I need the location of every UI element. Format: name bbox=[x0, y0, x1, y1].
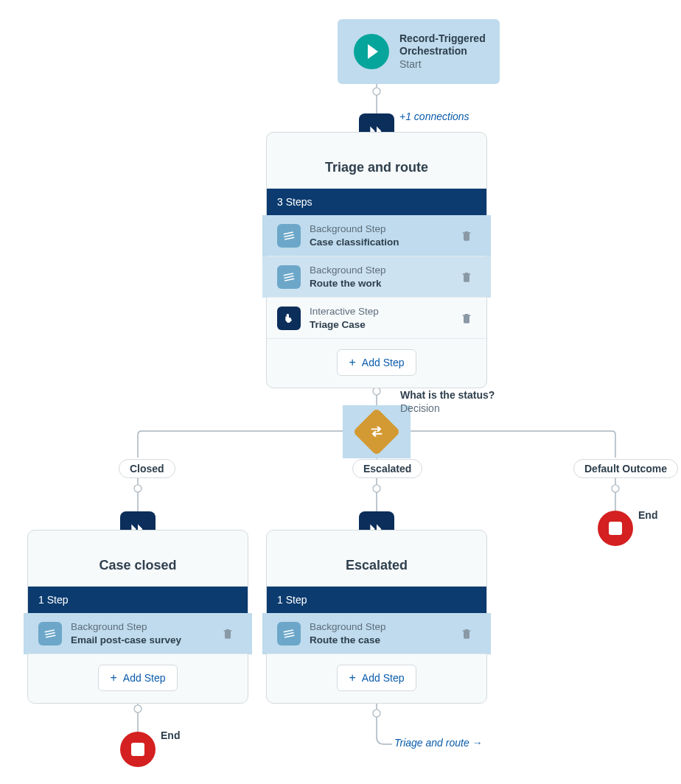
step-row[interactable]: Background Step Route the case bbox=[267, 613, 486, 654]
background-step-icon bbox=[277, 265, 301, 289]
add-step-button[interactable]: + Add Step bbox=[337, 665, 417, 691]
end-label-default: End bbox=[638, 509, 657, 521]
plus-icon: + bbox=[349, 356, 356, 369]
extra-connections-link[interactable]: +1 connections bbox=[399, 111, 469, 122]
step-type: Background Step bbox=[71, 620, 209, 634]
interactive-step-icon bbox=[277, 307, 301, 330]
goto-link[interactable]: Triage and route → bbox=[394, 737, 483, 749]
start-title-line2: Orchestration bbox=[399, 45, 486, 58]
svg-point-1 bbox=[373, 88, 380, 95]
delete-step-button[interactable] bbox=[218, 624, 237, 643]
goto-target: Triage and route bbox=[394, 737, 469, 749]
stop-icon bbox=[609, 522, 622, 535]
stage-card-triage[interactable]: Triage and route 3 Steps Background Step… bbox=[266, 132, 487, 388]
outcome-pill-closed[interactable]: Closed bbox=[119, 459, 175, 478]
step-name: Triage Case bbox=[310, 318, 448, 332]
step-name: Email post-case survey bbox=[71, 634, 209, 647]
step-row[interactable]: Interactive Step Triage Case bbox=[267, 298, 486, 339]
step-type: Background Step bbox=[310, 620, 448, 634]
start-subtitle: Start bbox=[399, 58, 486, 71]
trash-icon bbox=[461, 230, 472, 242]
steps-header: 1 Step bbox=[267, 587, 486, 613]
add-step-button[interactable]: + Add Step bbox=[337, 349, 417, 376]
trash-icon bbox=[461, 271, 472, 283]
background-step-icon bbox=[277, 224, 301, 248]
steps-header: 1 Step bbox=[28, 587, 248, 613]
step-type: Background Step bbox=[310, 223, 448, 236]
step-name: Route the case bbox=[310, 634, 448, 647]
step-type: Interactive Step bbox=[310, 305, 448, 318]
trash-icon bbox=[222, 628, 234, 640]
delete-step-button[interactable] bbox=[457, 267, 476, 287]
stage-title: Case closed bbox=[28, 531, 248, 587]
add-step-label: Add Step bbox=[123, 672, 166, 684]
svg-point-6 bbox=[134, 485, 142, 492]
svg-point-12 bbox=[134, 705, 142, 713]
add-step-label: Add Step bbox=[362, 357, 405, 368]
svg-point-13 bbox=[373, 710, 380, 717]
svg-point-3 bbox=[373, 388, 380, 395]
step-row[interactable]: Background Step Email post-case survey bbox=[28, 613, 248, 654]
start-node[interactable]: Record-Triggered Orchestration Start bbox=[338, 19, 500, 84]
decision-type: Decision bbox=[400, 402, 495, 415]
trash-icon bbox=[461, 628, 472, 640]
step-name: Case classification bbox=[310, 236, 448, 249]
trash-icon bbox=[461, 312, 472, 324]
add-step-label: Add Step bbox=[362, 672, 405, 684]
step-row[interactable]: Background Step Case classification bbox=[267, 215, 486, 256]
decision-label: What is the status? Decision bbox=[400, 388, 495, 415]
stop-icon bbox=[131, 743, 144, 756]
plus-icon: + bbox=[111, 671, 117, 685]
svg-point-10 bbox=[612, 485, 619, 492]
start-title-line1: Record-Triggered bbox=[399, 32, 486, 46]
stage-title: Triage and route bbox=[267, 133, 486, 189]
delete-step-button[interactable] bbox=[457, 624, 476, 643]
start-label-group: Record-Triggered Orchestration Start bbox=[399, 32, 486, 71]
outcome-pill-escalated[interactable]: Escalated bbox=[352, 459, 422, 478]
step-type: Background Step bbox=[310, 264, 448, 277]
stage-title: Escalated bbox=[267, 531, 486, 587]
add-step-button[interactable]: + Add Step bbox=[98, 665, 178, 691]
step-row[interactable]: Background Step Route the work bbox=[267, 256, 486, 298]
background-step-icon bbox=[38, 622, 62, 645]
delete-step-button[interactable] bbox=[457, 226, 476, 245]
delete-step-button[interactable] bbox=[457, 309, 476, 328]
stage-card-escalated[interactable]: Escalated 1 Step Background Step Route t… bbox=[266, 530, 487, 704]
plus-icon: + bbox=[349, 671, 356, 685]
outcome-pill-default[interactable]: Default Outcome bbox=[573, 459, 678, 478]
end-node-closed[interactable] bbox=[120, 732, 156, 767]
end-node-default[interactable] bbox=[598, 511, 633, 546]
stage-card-closed[interactable]: Case closed 1 Step Background Step Email… bbox=[27, 530, 248, 704]
step-name: Route the work bbox=[310, 277, 448, 290]
svg-point-8 bbox=[373, 485, 380, 492]
background-step-icon bbox=[277, 622, 301, 645]
play-icon bbox=[354, 34, 389, 69]
end-label-closed: End bbox=[161, 729, 180, 741]
decision-question: What is the status? bbox=[400, 388, 495, 402]
arrow-right-icon: → bbox=[472, 737, 483, 749]
decision-icon bbox=[352, 407, 400, 455]
steps-header: 3 Steps bbox=[267, 189, 486, 215]
